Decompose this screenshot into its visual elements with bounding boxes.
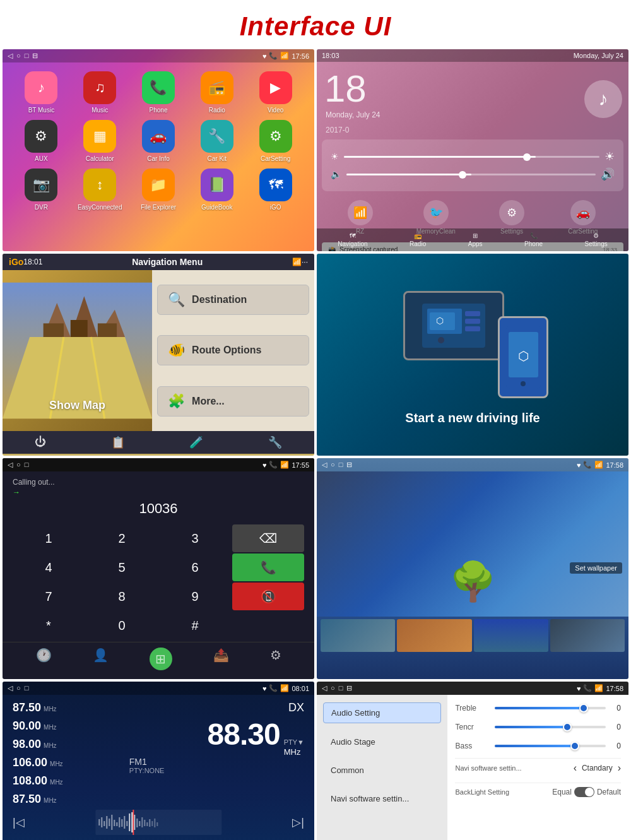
app-carsetting[interactable]: ⚙ CarSetting — [249, 120, 302, 162]
contacts-icon[interactable]: 👤 — [93, 648, 109, 670]
dial-1[interactable]: 1 — [13, 524, 85, 552]
phone-nav-icon: 📞 — [530, 232, 538, 239]
wp-thumb-2[interactable] — [397, 619, 471, 652]
app-easy-connected[interactable]: ↕ EasyConnected — [74, 169, 126, 211]
phone-settings-icon[interactable]: ⚙ — [270, 648, 281, 670]
dial-0[interactable]: 0 — [86, 612, 158, 639]
back-audio-icon: ◁ — [322, 684, 327, 692]
dial-5[interactable]: 5 — [86, 553, 158, 581]
recent-wp-icon: □ — [339, 461, 343, 469]
call-phone-icon: 📞 — [269, 461, 278, 469]
nav-radio[interactable]: 📻 Radio — [410, 232, 426, 247]
tab-audio-stage[interactable]: Audio Stage — [323, 732, 441, 752]
wifi-audio-icon: 📶 — [594, 684, 603, 692]
app-car-info[interactable]: 🚗 Car Info — [133, 120, 185, 162]
app-music[interactable]: ♫ Music — [74, 71, 126, 114]
set-wallpaper-button[interactable]: Set wallpaper — [570, 562, 622, 574]
clipboard-icon[interactable]: 📋 — [106, 434, 130, 451]
dial-4[interactable]: 4 — [13, 553, 85, 581]
app-video[interactable]: ▶ Video — [249, 71, 302, 114]
history-icon[interactable]: 🕐 — [36, 648, 52, 670]
nav-map-preview[interactable]: Show Map — [3, 270, 152, 431]
app-guidebook[interactable]: 📗 GuideBook — [191, 169, 243, 211]
screen-quick-settings: 18:03 Monday, July 24 18 Monday, July 24… — [317, 49, 628, 251]
tab-navi-software[interactable]: Navi software settin... — [323, 789, 441, 808]
nav-apps[interactable]: ⊞ Apps — [468, 232, 483, 247]
brightness-slider[interactable] — [344, 156, 599, 158]
radio-freq-list: 87.50 MHz 90.00 MHz 98.00 MHz 106.00 MHz — [13, 701, 129, 806]
recent-audio-icon: □ — [339, 684, 343, 692]
transfer-icon[interactable]: 📤 — [213, 648, 229, 670]
app-igo[interactable]: 🗺 iGO — [249, 169, 302, 211]
freq-108: 108.00 MHz — [13, 774, 129, 788]
brightness-icon: ☀ — [331, 151, 339, 162]
app-icon-aux: ⚙ — [25, 120, 57, 153]
dial-7[interactable]: 7 — [13, 583, 85, 610]
app-aux[interactable]: ⚙ AUX — [15, 120, 68, 162]
treble-slider[interactable] — [495, 707, 606, 709]
app-dvr[interactable]: 📷 DVR — [15, 169, 68, 211]
backlight-label: BackLight Setting — [455, 788, 509, 796]
app-phone[interactable]: 📞 Phone — [133, 71, 185, 114]
volume-slider[interactable] — [346, 174, 596, 175]
app-radio[interactable]: 📻 Radio — [191, 71, 243, 114]
power-icon[interactable]: ⏻ — [30, 434, 51, 451]
dial-star[interactable]: * — [13, 612, 85, 639]
dial-3[interactable]: 3 — [159, 524, 231, 552]
audio-controls: Treble 0 Tencr 0 Bass — [447, 695, 628, 840]
tab-audio-setting[interactable]: Audio Setting — [323, 702, 441, 723]
dial-2[interactable]: 2 — [86, 524, 158, 552]
wp-thumb-4[interactable] — [550, 619, 625, 652]
app-label-file-explorer: File Explorer — [141, 204, 176, 211]
wp-thumb-1[interactable] — [321, 619, 395, 652]
backlight-toggle[interactable] — [574, 787, 594, 797]
tencr-label: Tencr — [455, 723, 490, 731]
next-navi-button[interactable]: › — [618, 762, 621, 774]
nav-icon: 🗺 — [350, 232, 356, 239]
dial-hash[interactable]: # — [159, 612, 231, 639]
app-bt-music[interactable]: ♪ BT Music — [15, 71, 68, 114]
svg-rect-5 — [44, 323, 64, 337]
app-file-explorer[interactable]: 📁 File Explorer — [133, 169, 185, 211]
home-wp-icon: ○ — [331, 461, 335, 469]
svg-rect-37 — [131, 812, 133, 832]
backlight-controls: Equal Default — [552, 787, 621, 797]
wp-thumb-3[interactable] — [474, 619, 548, 652]
app-car-kit[interactable]: 🔧 Car Kit — [191, 120, 243, 162]
flask-icon[interactable]: 🧪 — [184, 434, 208, 451]
back-phone-icon: ◁ — [8, 461, 13, 469]
dialpad-icon[interactable]: ⊞ — [150, 648, 172, 670]
destination-button[interactable]: 🔍 Destination — [157, 285, 309, 315]
screenshot-grid: ◁ ○ □ ⊟ ♥ 📞 📶 17:56 ♪ BT Music ♫ Music — [0, 49, 631, 840]
app-label-bt-music: BT Music — [28, 107, 55, 114]
more-icon: 🧩 — [167, 393, 186, 410]
dial-end-call[interactable]: 📵 — [232, 583, 304, 610]
nav-settings[interactable]: ⚙ Settings — [585, 232, 608, 247]
svg-rect-40 — [139, 821, 140, 826]
prev-navi-button[interactable]: ‹ — [574, 762, 577, 774]
dial-6[interactable]: 6 — [159, 553, 231, 581]
app-calculator[interactable]: ▦ Calculator — [74, 120, 126, 162]
nav-phone[interactable]: 📞 Phone — [524, 232, 543, 247]
svg-rect-43 — [146, 822, 148, 826]
backlight-row: BackLight Setting Equal Default — [455, 783, 621, 801]
dial-backspace[interactable]: ⌫ — [232, 524, 304, 552]
tree-decoration: 🌳 — [449, 559, 497, 604]
bass-slider[interactable] — [495, 745, 606, 747]
next-station-button[interactable]: ▷| — [292, 815, 304, 829]
wp-status-icons: ♥ 📞 📶 17:58 — [577, 461, 623, 469]
nav-navigation[interactable]: 🗺 Navigation — [338, 232, 367, 247]
dial-call[interactable]: 📞 — [232, 553, 304, 581]
dial-8[interactable]: 8 — [86, 583, 158, 610]
tab-common[interactable]: Common — [323, 760, 441, 780]
freq-num-106: 106.00 — [13, 756, 47, 769]
dial-9[interactable]: 9 — [159, 583, 231, 610]
screen-driving-life: ⬡ ⬡ Start a new driving life — [317, 254, 628, 456]
route-options-button[interactable]: 🐠 Route Options — [157, 335, 309, 365]
more-button[interactable]: 🧩 More... — [157, 386, 309, 417]
calling-indicator: → — [13, 488, 304, 497]
tencr-slider[interactable] — [495, 726, 606, 728]
show-map-label[interactable]: Show Map — [49, 399, 105, 412]
prev-station-button[interactable]: |◁ — [13, 815, 25, 829]
wrench-icon[interactable]: 🔧 — [263, 434, 287, 451]
